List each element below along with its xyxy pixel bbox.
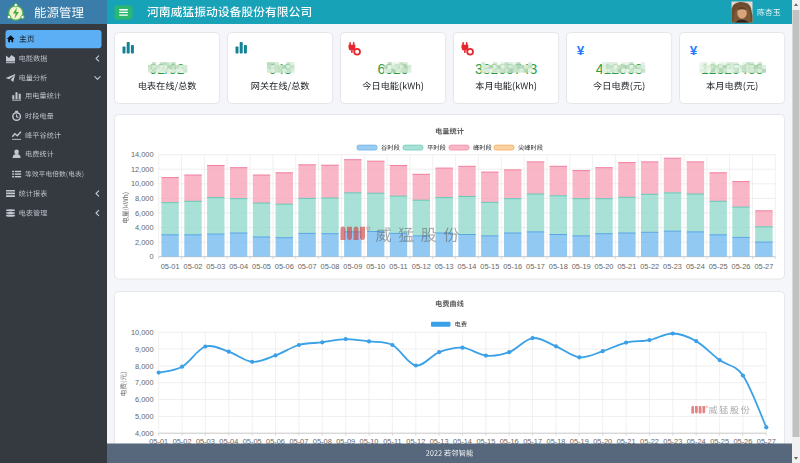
svg-text:¥: ¥ <box>577 43 585 58</box>
svg-text:8,000: 8,000 <box>135 362 154 371</box>
svg-text:14,000: 14,000 <box>131 150 154 159</box>
svg-text:05-27: 05-27 <box>754 262 773 271</box>
svg-text:05-06: 05-06 <box>275 262 294 271</box>
svg-text:0: 0 <box>149 252 153 261</box>
svg-text:05-22: 05-22 <box>640 262 659 271</box>
svg-text:6,000: 6,000 <box>135 209 154 218</box>
svg-text:05-20: 05-20 <box>595 262 614 271</box>
svg-text:05-11: 05-11 <box>389 262 407 271</box>
svg-text:05-21: 05-21 <box>617 262 636 271</box>
svg-text:05-26: 05-26 <box>732 262 751 271</box>
svg-text:05-07: 05-07 <box>298 262 317 271</box>
svg-text:¥: ¥ <box>690 43 698 58</box>
svg-text:05-17: 05-17 <box>526 262 545 271</box>
svg-text:05-25: 05-25 <box>709 262 728 271</box>
svg-text:05-13: 05-13 <box>435 262 454 271</box>
svg-text:05-23: 05-23 <box>663 262 682 271</box>
svg-text:05-16: 05-16 <box>503 262 522 271</box>
svg-text:8,000: 8,000 <box>135 194 154 203</box>
svg-text:5,000: 5,000 <box>135 412 154 421</box>
svg-text:12,000: 12,000 <box>131 165 154 174</box>
svg-text:05-09: 05-09 <box>343 262 362 271</box>
svg-text:05-02: 05-02 <box>184 262 203 271</box>
svg-text:2,000: 2,000 <box>135 238 154 247</box>
svg-text:7,000: 7,000 <box>135 378 154 387</box>
svg-text:10,000: 10,000 <box>131 328 154 337</box>
svg-text:05-12: 05-12 <box>412 262 431 271</box>
svg-text:05-18: 05-18 <box>549 262 568 271</box>
svg-text:4,000: 4,000 <box>135 223 154 232</box>
svg-text:05-03: 05-03 <box>206 262 225 271</box>
svg-text:05-08: 05-08 <box>321 262 340 271</box>
svg-text:05-10: 05-10 <box>366 262 385 271</box>
svg-text:05-19: 05-19 <box>572 262 591 271</box>
svg-text:05-05: 05-05 <box>252 262 271 271</box>
svg-text:05-01: 05-01 <box>161 262 180 271</box>
svg-text:10,000: 10,000 <box>131 179 154 188</box>
svg-text:9,000: 9,000 <box>135 345 154 354</box>
svg-text:05-15: 05-15 <box>480 262 499 271</box>
svg-text:05-14: 05-14 <box>458 262 477 271</box>
svg-text:05-04: 05-04 <box>229 262 248 271</box>
svg-text:6,000: 6,000 <box>135 395 154 404</box>
svg-text:05-24: 05-24 <box>686 262 705 271</box>
